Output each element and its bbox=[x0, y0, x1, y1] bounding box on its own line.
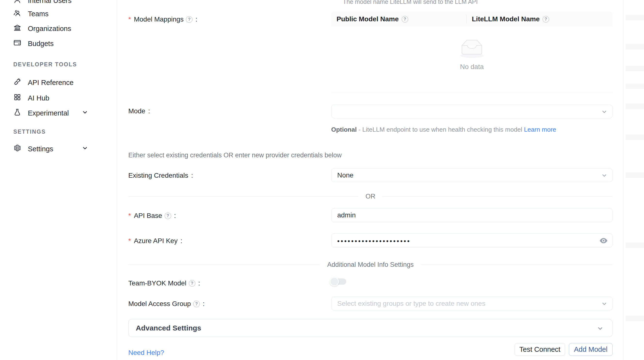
advanced-settings-row: Advanced Settings bbox=[128, 319, 612, 337]
existing-credentials-select[interactable]: None bbox=[331, 168, 612, 182]
test-connect-button[interactable]: Test Connect bbox=[515, 343, 565, 356]
sidebar-item-teams[interactable]: Teams bbox=[0, 7, 116, 20]
footer-buttons: Test Connect Add Model bbox=[515, 343, 612, 356]
help-circle-icon[interactable] bbox=[186, 16, 192, 23]
credentials-hint-text: Either select existing credentials OR en… bbox=[128, 152, 612, 159]
divider-line bbox=[382, 196, 612, 196]
advanced-settings-panel[interactable]: Advanced Settings bbox=[128, 319, 612, 337]
bank-icon bbox=[13, 24, 21, 34]
azure-api-key-label: Azure API Key bbox=[128, 237, 182, 245]
team-byok-label: Team-BYOK Model bbox=[128, 280, 200, 287]
additional-settings-text: Additional Model Info Settings bbox=[327, 261, 414, 268]
help-circle-icon[interactable] bbox=[402, 16, 408, 22]
chevron-down-icon bbox=[601, 301, 608, 309]
model-mappings-label: Model Mappings bbox=[128, 16, 197, 23]
table-empty-state: No data bbox=[331, 27, 612, 93]
additional-settings-divider: Additional Model Info Settings bbox=[128, 261, 612, 268]
sidebar-section-developer-tools: DEVELOPER TOOLS bbox=[13, 61, 77, 68]
credit-card-icon bbox=[13, 39, 21, 48]
advanced-settings-title: Advanced Settings bbox=[136, 324, 201, 332]
chevron-down-icon bbox=[601, 172, 608, 180]
background-page-edge bbox=[624, 0, 644, 360]
plug-icon bbox=[13, 78, 21, 88]
eye-icon[interactable] bbox=[599, 236, 608, 245]
chevron-down-icon bbox=[601, 109, 608, 117]
sidebar-item-label: AI Hub bbox=[28, 94, 50, 102]
chevron-down-icon bbox=[82, 145, 88, 153]
azure-api-key-input[interactable]: ••••••••••••••••••••• bbox=[331, 234, 612, 248]
api-base-row: API Base bbox=[128, 208, 612, 222]
sidebar-item-label: Internal Users bbox=[28, 0, 72, 4]
model-access-group-row: Model Access Group Select existing group… bbox=[128, 296, 612, 310]
chevron-down-icon bbox=[82, 109, 88, 117]
sidebar-item-label: Organizations bbox=[28, 25, 71, 33]
sidebar-item-ai-hub[interactable]: AI Hub bbox=[0, 91, 116, 105]
mode-label: Mode bbox=[128, 107, 150, 115]
required-asterisk bbox=[128, 212, 132, 220]
existing-credentials-row: Existing Credentials None bbox=[128, 168, 612, 182]
sidebar-item-budgets[interactable]: Budgets bbox=[0, 37, 116, 50]
table-header: Public Model Name LiteLLM Model Name bbox=[331, 12, 612, 27]
mode-select[interactable] bbox=[331, 104, 612, 118]
chevron-down-icon bbox=[597, 325, 604, 333]
sidebar-item-internal-users[interactable]: Internal Users bbox=[0, 0, 116, 7]
sidebar-item-settings[interactable]: Settings bbox=[0, 142, 116, 156]
sidebar-item-label: Experimental bbox=[28, 109, 69, 117]
divider-line bbox=[128, 196, 358, 196]
sidebar-item-label: Teams bbox=[28, 10, 48, 18]
azure-api-key-row: Azure API Key ••••••••••••••••••••• bbox=[128, 234, 612, 248]
add-model-form: The model name LiteLLM will send to the … bbox=[117, 0, 624, 360]
api-base-label: API Base bbox=[128, 212, 176, 220]
litellm-model-name-hint: The model name LiteLLM will send to the … bbox=[343, 0, 478, 5]
model-mappings-table: Public Model Name LiteLLM Model Name No … bbox=[331, 12, 612, 93]
empty-inbox-icon bbox=[456, 36, 488, 59]
select-placeholder: Select existing groups or type to create… bbox=[337, 300, 486, 308]
sidebar-item-experimental[interactable]: Experimental bbox=[0, 106, 116, 120]
user-icon bbox=[13, 0, 21, 5]
help-circle-icon[interactable] bbox=[542, 16, 549, 22]
help-circle-icon[interactable] bbox=[189, 280, 196, 287]
mode-help-text: Optional - LiteLLM endpoint to use when … bbox=[331, 124, 559, 135]
users-icon bbox=[13, 9, 21, 19]
litellm-add-model-page: { "sidebar": { "items": [ { "label": "In… bbox=[0, 0, 644, 360]
model-access-group-label: Model Access Group bbox=[128, 300, 204, 308]
sidebar-item-api-reference[interactable]: API Reference bbox=[0, 76, 116, 89]
sidebar-section-settings: SETTINGS bbox=[13, 128, 46, 135]
toggle-knob bbox=[330, 277, 339, 286]
gear-icon bbox=[13, 144, 21, 154]
sidebar-item-organizations[interactable]: Organizations bbox=[0, 22, 116, 35]
sidebar: Internal Users Teams Organizations Budge… bbox=[0, 0, 117, 360]
mode-row: Mode bbox=[128, 104, 612, 118]
help-circle-icon[interactable] bbox=[193, 301, 200, 307]
team-byok-control bbox=[331, 276, 612, 285]
grid-icon bbox=[13, 93, 21, 103]
credentials-hint-row: Either select existing credentials OR en… bbox=[128, 152, 612, 159]
sidebar-item-label: Settings bbox=[28, 145, 53, 153]
model-access-group-select[interactable]: Select existing groups or type to create… bbox=[331, 296, 612, 310]
team-byok-toggle[interactable] bbox=[331, 278, 346, 285]
flask-icon bbox=[13, 108, 21, 118]
need-help-link[interactable]: Need Help? bbox=[128, 349, 164, 356]
learn-more-link[interactable]: Learn more bbox=[524, 126, 556, 133]
sidebar-item-label: API Reference bbox=[28, 79, 74, 87]
form-footer: Need Help? Test Connect Add Model bbox=[128, 343, 612, 358]
column-public-model-name: Public Model Name bbox=[331, 12, 466, 27]
add-model-button[interactable]: Add Model bbox=[569, 343, 612, 356]
required-asterisk bbox=[128, 16, 132, 23]
no-data-text: No data bbox=[331, 63, 612, 71]
existing-credentials-label: Existing Credentials bbox=[128, 172, 193, 180]
or-text: OR bbox=[366, 193, 376, 200]
api-base-input[interactable] bbox=[331, 208, 612, 222]
divider-line bbox=[421, 264, 612, 265]
required-asterisk bbox=[128, 237, 132, 245]
or-divider: OR bbox=[128, 193, 612, 200]
sidebar-item-label: Budgets bbox=[28, 40, 54, 48]
column-litellm-model-name: LiteLLM Model Name bbox=[466, 12, 612, 27]
divider-line bbox=[128, 264, 320, 265]
masked-api-key: ••••••••••••••••••••• bbox=[337, 236, 411, 245]
help-circle-icon[interactable] bbox=[165, 212, 171, 219]
